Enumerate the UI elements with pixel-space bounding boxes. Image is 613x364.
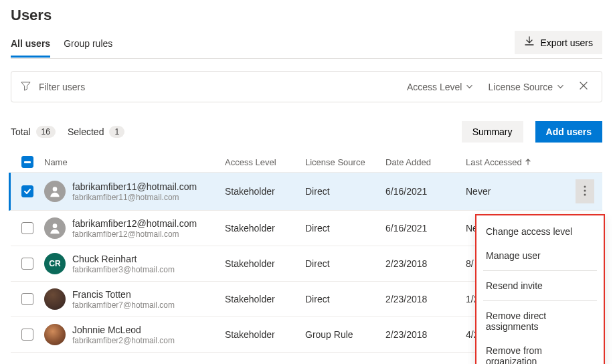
download-icon [524, 36, 535, 49]
user-email: fabrikamfiber2@hotmail.com [72, 336, 175, 345]
user-display-name: fabrikamfiber11@hotmail.com [72, 181, 197, 192]
svg-point-1 [584, 185, 586, 187]
col-date-added[interactable]: Date Added [385, 157, 466, 167]
user-display-name: Johnnie McLeod [72, 325, 175, 335]
filter-icon [21, 81, 31, 93]
cell-date-added: 2/23/2018 [385, 329, 466, 340]
filter-access-level-dropdown[interactable]: Access Level [403, 79, 477, 95]
avatar [44, 324, 66, 345]
col-last-accessed[interactable]: Last Accessed [466, 157, 576, 167]
menu-change-access-level[interactable]: Change access level [476, 219, 604, 244]
cell-license-source: Direct [305, 186, 385, 197]
tab-all-users[interactable]: All users [11, 33, 50, 58]
page-title: Users [11, 7, 602, 24]
cell-access-level: Stakeholder [225, 223, 305, 234]
clear-filter-button[interactable] [575, 78, 592, 95]
menu-manage-user[interactable]: Manage user [476, 244, 604, 268]
export-users-button[interactable]: Export users [515, 31, 602, 54]
cell-license-source: Direct [305, 223, 385, 234]
row-checkbox[interactable] [21, 293, 33, 305]
cell-access-level: Stakeholder [225, 329, 305, 340]
cell-date-added: 6/16/2021 [385, 186, 466, 197]
row-checkbox[interactable] [21, 185, 33, 197]
summary-button[interactable]: Summary [462, 121, 523, 143]
row-checkbox[interactable] [21, 222, 33, 234]
row-context-menu: Change access level Manage user Resend i… [475, 214, 605, 364]
filter-license-source-label: License Source [488, 82, 553, 92]
chevron-down-icon [466, 82, 473, 92]
filter-bar: Access Level License Source [11, 71, 602, 102]
selected-count: Selected 1 [68, 126, 124, 138]
more-vertical-icon [584, 185, 586, 198]
cell-date-added: 6/16/2021 [385, 223, 466, 234]
user-display-name: fabrikamfiber12@hotmail.com [72, 218, 197, 229]
svg-point-2 [584, 189, 586, 191]
menu-remove-direct-assignments[interactable]: Remove direct assignments [476, 304, 604, 339]
selected-label: Selected [68, 126, 104, 137]
menu-separator [483, 270, 597, 271]
avatar [44, 217, 66, 239]
close-icon [579, 81, 588, 92]
cell-access-level: Stakeholder [225, 294, 305, 304]
cell-date-added: 2/23/2018 [385, 258, 466, 269]
avatar [44, 288, 66, 310]
table-row[interactable]: fabrikamfiber11@hotmail.comfabrikamfiber… [9, 173, 602, 211]
add-users-button[interactable]: Add users [535, 121, 602, 143]
cell-access-level: Stakeholder [225, 186, 305, 197]
filter-license-source-dropdown[interactable]: License Source [484, 79, 568, 95]
user-email: fabrikamfiber11@hotmail.com [72, 193, 197, 202]
user-email: fabrikamfiber12@hotmail.com [72, 230, 197, 239]
total-label: Total [11, 126, 31, 137]
avatar: CR [44, 253, 66, 274]
cell-last-accessed: Never [466, 186, 576, 197]
col-last-accessed-label: Last Accessed [466, 157, 522, 167]
user-display-name: Francis Totten [72, 289, 175, 300]
row-actions-button[interactable] [576, 179, 594, 203]
user-email: fabrikamfiber3@hotmail.com [72, 265, 175, 274]
user-display-name: Chuck Reinhart [72, 254, 175, 264]
table-header: Name Access Level License Source Date Ad… [11, 152, 602, 173]
avatar [44, 181, 66, 202]
cell-license-source: Direct [305, 294, 385, 304]
col-access-level[interactable]: Access Level [225, 157, 305, 167]
cell-license-source: Group Rule [305, 329, 385, 340]
cell-license-source: Direct [305, 258, 385, 269]
total-count: Total 16 [11, 126, 56, 138]
col-license-source[interactable]: License Source [305, 157, 385, 167]
user-email: fabrikamfiber7@hotmail.com [72, 300, 175, 310]
tab-group-rules[interactable]: Group rules [64, 33, 112, 57]
sort-asc-icon [525, 157, 531, 167]
row-checkbox[interactable] [21, 258, 33, 270]
select-all-checkbox[interactable] [21, 156, 33, 168]
menu-separator [483, 300, 597, 301]
export-users-label: Export users [540, 37, 593, 48]
chevron-down-icon [557, 82, 564, 92]
filter-input[interactable] [37, 81, 396, 93]
menu-remove-from-organization[interactable]: Remove from organization [476, 339, 604, 364]
svg-point-4 [53, 223, 58, 228]
selected-value: 1 [109, 126, 124, 138]
cell-access-level: Stakeholder [225, 258, 305, 269]
col-name[interactable]: Name [44, 157, 225, 167]
cell-date-added: 2/23/2018 [385, 294, 466, 304]
svg-point-3 [584, 193, 586, 195]
svg-point-0 [53, 187, 58, 191]
filter-access-level-label: Access Level [407, 82, 462, 92]
row-checkbox[interactable] [21, 329, 33, 341]
total-value: 16 [36, 126, 56, 138]
menu-resend-invite[interactable]: Resend invite [476, 274, 604, 298]
